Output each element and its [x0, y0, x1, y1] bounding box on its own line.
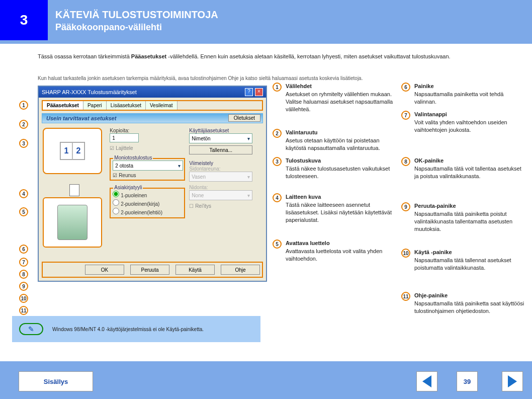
intro-before: Tässä osassa kerrotaan tärkeimmistä [38, 53, 131, 59]
binding-dropdown: Vasen [189, 172, 252, 182]
banner-text: Usein tarvittavat asetukset [46, 115, 116, 121]
desc-num-4: 4 [273, 193, 282, 202]
prev-page-button[interactable] [416, 371, 437, 391]
desc-num-7: 7 [401, 111, 410, 120]
device-image [43, 197, 102, 248]
desc-num-1: 1 [273, 83, 282, 92]
note-text: Windows 98/Me/NT 4.0 -käyttöjärjestelmis… [52, 326, 253, 333]
desc-num-6: 6 [401, 83, 410, 92]
staple-dropdown: None [189, 190, 252, 200]
finish-title: Viimeistely [189, 161, 262, 166]
border-checkbox[interactable]: ☑ Reunus [113, 173, 182, 178]
frequently-used-banner: Usein tarvittavat asetukset Oletukset [42, 113, 263, 123]
preview-page-2: 2 [72, 142, 84, 159]
desc-num-8: 8 [401, 157, 410, 166]
dialog-titlebar: SHARP AR-XXXX Tulostusmääritykset ? × [39, 87, 266, 98]
mid-column: Kopioita: 1 ☑ Lajittele Moniotostulostus… [110, 128, 185, 248]
copies-label: Kopioita: [110, 128, 185, 133]
dialog-content: 1 2 Kopioita: 1 ☑ Lajittele Moniotostulo… [39, 126, 266, 250]
callout-7: 7 [19, 258, 28, 267]
intro-note: Kun haluat tarkastella jonkin asetuksen … [38, 75, 363, 81]
cancel-button[interactable]: Peruuta [130, 265, 169, 275]
titlebar-help-icon[interactable]: ? [245, 88, 253, 96]
page-subtitle: Pääkokoonpano-välilehti [55, 22, 162, 33]
callout-9: 9 [19, 282, 28, 291]
tab-bar: Pääasetukset Paperi Lisäasetukset Vesile… [42, 100, 263, 111]
preview-page-1: 1 [60, 142, 72, 159]
page-number: 39 [457, 371, 478, 391]
desc-9: Peruuta-painikeNapsauttamalla tätä paini… [414, 202, 525, 232]
defaults-button[interactable]: Oletukset [228, 114, 260, 122]
callout-2: 2 [19, 120, 28, 129]
nup-group: Moniotostulostus 2 otosta ☑ Reunus [110, 158, 185, 181]
desc-7: ValintanappiVoit valita yhden vaihtoehdo… [414, 111, 525, 134]
tab-watermarks[interactable]: Vesileimat [146, 101, 178, 110]
desc-10: Käytä -painikeNapsauttamalla tätä tallen… [414, 249, 525, 272]
docstyle-opt3[interactable]: 2-puoleinen(lehtiö) [113, 207, 182, 216]
userset-title: Käyttäjäasetukset [189, 128, 262, 133]
ok-button[interactable]: OK [85, 265, 124, 275]
desc-num-2: 2 [273, 129, 282, 138]
desc-num-9: 9 [401, 202, 410, 211]
copies-input[interactable]: 1 [110, 133, 139, 142]
save-userset-button[interactable]: Tallenna... [189, 145, 252, 154]
desc-2: ValintaruutuAsetus otetaan käyttöön tai … [286, 129, 396, 152]
contents-button[interactable]: Sisällys [19, 371, 93, 391]
desc-num-5: 5 [273, 240, 282, 249]
desc-num-10: 10 [401, 249, 410, 258]
desc-5: Avattava luetteloAvattavasta luettelosta… [286, 240, 396, 263]
callout-4: 4 [19, 189, 28, 198]
intro-paragraph: Tässä osassa kerrotaan tärkeimmistä Pääa… [38, 53, 520, 60]
print-preview: 1 2 [43, 128, 102, 174]
desc-11: Ohje-painikeNapsauttamalla tätä painiket… [414, 292, 525, 315]
collate-checkbox[interactable]: ☑ Lajittele [110, 145, 185, 151]
docstyle-group: Asiakirjatyyli 1-puoleinen 2-puoleinen(k… [110, 188, 185, 218]
preview-column: 1 2 [43, 128, 106, 248]
help-button[interactable]: Ohje [221, 265, 260, 275]
desc-num-3: 3 [273, 157, 282, 166]
docstyle-title: Asiakirjatyyli [113, 185, 143, 190]
chapter-number: 3 [0, 0, 48, 40]
callout-6: 6 [19, 245, 28, 254]
printer-icon [57, 205, 87, 240]
desc-1: VälilehdetAsetukset on ryhmitelty välile… [286, 83, 396, 113]
driver-dialog: SHARP AR-XXXX Tulostusmääritykset ? × Pä… [38, 86, 267, 282]
intro-link: Pääasetukset [131, 53, 166, 59]
binding-label: Sidontareuna: [189, 166, 262, 172]
docstyle-opt1[interactable]: 1-puoleinen [113, 190, 182, 199]
desc-num-11: 11 [401, 292, 410, 301]
apply-button[interactable]: Käytä [175, 265, 215, 275]
document-icon [69, 184, 79, 196]
desc-6: PainikeNapsauttamalla painiketta voit te… [414, 83, 525, 106]
page-title: KÄTEVIÄ TULOSTUSTOIMINTOJA [55, 9, 218, 21]
staple-label: Nidonta: [189, 185, 262, 190]
desc-3: TulostuskuvaTästä näkee tulostusasetuste… [286, 157, 396, 180]
tab-main[interactable]: Pääasetukset [43, 101, 83, 110]
callout-1: 1 [19, 101, 28, 110]
dialog-title: SHARP AR-XXXX Tulostusmääritykset [42, 89, 137, 95]
callout-11: 11 [19, 306, 28, 315]
header-bar: 3 KÄTEVIÄ TULOSTUSTOIMINTOJA Pääkokoonpa… [0, 0, 532, 44]
punch-checkbox: ☐ Rei'itys [189, 203, 262, 209]
close-icon[interactable]: × [255, 88, 263, 96]
next-page-button[interactable] [502, 371, 523, 391]
right-column: Käyttäjäasetukset Nimetön Tallenna... Vi… [189, 128, 262, 248]
note-icon: ✎ [19, 323, 43, 335]
userset-dropdown[interactable]: Nimetön [189, 133, 252, 143]
callout-5: 5 [19, 207, 28, 216]
chevron-right-icon [508, 375, 517, 387]
callout-10: 10 [19, 294, 28, 303]
nup-group-title: Moniotostulostus [113, 155, 153, 161]
dialog-button-row: OK Peruuta Käytä Ohje [42, 262, 263, 278]
note-box: ✎ Windows 98/Me/NT 4.0 -käyttöjärjestelm… [12, 316, 260, 342]
callout-8: 8 [19, 270, 28, 279]
tab-advanced[interactable]: Lisäasetukset [107, 101, 146, 110]
nup-dropdown[interactable]: 2 otosta [113, 161, 183, 171]
tab-paper[interactable]: Paperi [83, 101, 107, 110]
preview-pages: 1 2 [60, 142, 85, 160]
desc-4: Laitteen kuvaTästä näkee laitteeseen ase… [286, 193, 396, 223]
desc-8: OK-painikeNapsauttamalla tätä voit talle… [414, 157, 525, 180]
docstyle-opt2[interactable]: 2-puoleinen(kirja) [113, 199, 182, 207]
callout-3: 3 [19, 139, 28, 148]
chevron-left-icon [422, 375, 431, 387]
